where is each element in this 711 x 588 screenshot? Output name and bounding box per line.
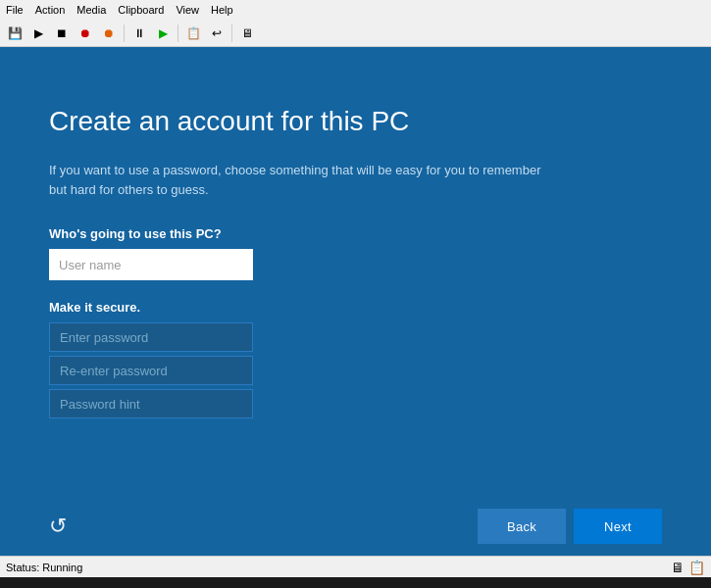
menu-media[interactable]: Media	[75, 4, 108, 16]
status-bar: Status: Running 🖥 📋	[0, 556, 711, 577]
toolbar-sep2	[178, 24, 178, 42]
next-button[interactable]: Next	[574, 509, 662, 544]
toolbar-sep3	[231, 24, 232, 42]
password-hint-input[interactable]	[49, 389, 253, 418]
toolbar-undo[interactable]: ↩	[206, 23, 228, 44]
reenter-password-input[interactable]	[49, 356, 253, 385]
bottom-bar: ↺ Back Next	[0, 497, 711, 556]
menu-clipboard[interactable]: Clipboard	[116, 4, 166, 16]
who-label: Who's going to use this PC?	[49, 226, 662, 241]
back-button[interactable]: Back	[478, 509, 566, 544]
toolbar-play[interactable]: ▶	[27, 23, 49, 44]
nav-buttons: Back Next	[478, 509, 662, 544]
refresh-icon: ↺	[49, 514, 67, 539]
toolbar-pause[interactable]: ⏸	[128, 23, 150, 44]
toolbar-display[interactable]: 🖥	[236, 23, 258, 44]
password-input[interactable]	[49, 322, 253, 352]
username-input[interactable]	[49, 249, 253, 280]
toolbar-record-red[interactable]: ⏺	[75, 23, 96, 44]
menu-file[interactable]: File	[4, 4, 25, 16]
main-window: Create an account for this PC If you wan…	[0, 47, 711, 556]
menu-view[interactable]: View	[174, 4, 201, 16]
toolbar-record-orange[interactable]: ⏺	[98, 23, 120, 44]
status-text: Status: Running	[6, 562, 82, 573]
toolbar-clipboard[interactable]: 📋	[182, 23, 204, 44]
menu-help[interactable]: Help	[209, 4, 235, 16]
page-title: Create an account for this PC	[49, 106, 662, 137]
toolbar-resume[interactable]: ▶	[152, 23, 174, 44]
menu-action[interactable]: Action	[33, 4, 68, 16]
toolbar-stop[interactable]: ⏹	[51, 23, 73, 44]
status-icons: 🖥 📋	[671, 560, 705, 575]
form-section: Who's going to use this PC? Make it secu…	[49, 226, 662, 422]
toolbar-save[interactable]: 💾	[4, 23, 25, 44]
status-icon-1: 🖥	[671, 560, 685, 575]
toolbar: 💾 ▶ ⏹ ⏺ ⏺ ⏸ ▶ 📋 ↩ 🖥	[0, 20, 711, 47]
status-icon-2: 📋	[688, 560, 705, 575]
secure-label: Make it secure.	[49, 300, 662, 315]
page-description: If you want to use a password, choose so…	[49, 161, 559, 199]
toolbar-sep1	[124, 24, 125, 42]
menu-bar: File Action Media Clipboard View Help	[0, 0, 711, 20]
